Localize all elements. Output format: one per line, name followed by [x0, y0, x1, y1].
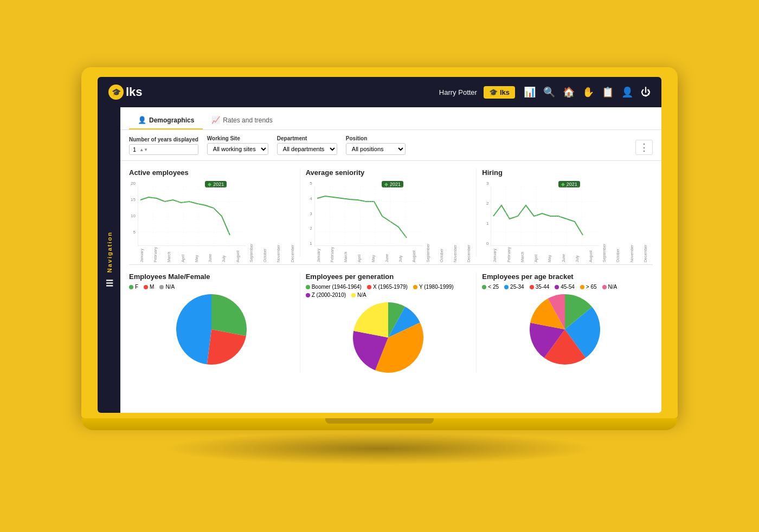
legend-item: F	[129, 284, 138, 290]
laptop-screen: 🎓 lks Harry Potter 🎓 lks 📊 🔍 🏠 ✋ 📋 👤 ⏻	[98, 77, 661, 413]
position-select[interactable]: All positions	[346, 143, 406, 155]
legend-dot	[306, 293, 310, 297]
legend-label: > 65	[586, 284, 597, 290]
pie-container-0	[129, 294, 294, 365]
hand-icon[interactable]: ✋	[582, 86, 594, 98]
tab-rates[interactable]: 📈 Rates and trends	[203, 112, 281, 129]
document-icon[interactable]: 📋	[602, 86, 614, 98]
sidebar: ☰ Navigation	[98, 107, 120, 413]
line-svg-0	[138, 186, 294, 246]
legend-label: Z (2000-2010)	[312, 292, 346, 298]
legend-item: N/A	[159, 284, 175, 290]
chart-title-1: Average seniority	[306, 168, 471, 177]
working-site-select[interactable]: All working sites	[207, 143, 268, 155]
x-axis-1: JanuaryFebruaryMarchAprilMayJuneJulyAugu…	[317, 247, 471, 262]
chart-title-0: Active employees	[129, 168, 294, 177]
legend-label: Y (1980-1999)	[419, 284, 454, 290]
logo: 🎓 lks	[108, 85, 143, 100]
years-value: 1	[133, 146, 136, 153]
legend-dot	[530, 285, 534, 289]
pie-title-1: Employees per generation	[306, 273, 471, 281]
legend-dot	[367, 285, 371, 289]
sidebar-label: ☰ Navigation	[104, 231, 114, 288]
line-chart-panel-2: Hiring 3210 2021	[477, 168, 653, 257]
legend-item: M	[144, 284, 154, 290]
pie-container-1	[306, 302, 471, 373]
pie-container-2	[482, 294, 647, 365]
legend-item: Y (1980-1999)	[413, 284, 454, 290]
pie-legend-0: F M N/A	[129, 284, 294, 290]
menu-icon[interactable]: ☰	[104, 277, 114, 289]
user-name: Harry Potter	[439, 88, 477, 96]
active-badge[interactable]: 🎓 lks	[484, 86, 515, 99]
legend-dot	[159, 285, 164, 289]
badge-text: lks	[500, 88, 510, 96]
working-site-label: Working Site	[207, 135, 268, 141]
legend-label: 35-44	[536, 284, 550, 290]
screen-bezel: 🎓 lks Harry Potter 🎓 lks 📊 🔍 🏠 ✋ 📋 👤 ⏻	[81, 67, 678, 418]
legend-item: N/A	[351, 292, 366, 298]
pie-legend-1: Boomer (1946-1964) X (1965-1979) Y (1980…	[306, 284, 471, 298]
filters-bar: Number of years displayed 1 ▲▼ Working S…	[120, 130, 661, 161]
charts-section: Active employees 2015105 2021	[120, 161, 661, 413]
laptop-base	[81, 418, 678, 430]
department-select[interactable]: All departments	[277, 143, 337, 155]
department-label: Department	[277, 135, 337, 141]
nav-icons: 📊 🔍 🏠 ✋ 📋 👤 ⏻	[524, 86, 651, 98]
legend-item: < 25	[482, 284, 499, 290]
legend-dot	[129, 285, 133, 289]
top-nav: 🎓 lks Harry Potter 🎓 lks 📊 🔍 🏠 ✋ 📋 👤 ⏻	[98, 77, 661, 107]
user-icon[interactable]: 👤	[621, 86, 633, 98]
x-axis-2: JanuaryFebruaryMarchAprilMayJuneJulyAugu…	[493, 247, 647, 262]
legend-label: X (1965-1979)	[373, 284, 408, 290]
legend-label: 25-34	[510, 284, 524, 290]
chart-area-2: 3210 2021 JanuaryFebruaryMar	[482, 181, 647, 257]
legend-item: X (1965-1979)	[367, 284, 408, 290]
legend-label: N/A	[165, 284, 175, 290]
legend-label: N/A	[608, 284, 618, 290]
pie-title-2: Employees per age bracket	[482, 273, 647, 281]
legend-label: N/A	[357, 292, 366, 298]
legend-item: Z (2000-2010)	[306, 292, 346, 298]
y-axis-0: 2015105	[129, 181, 138, 246]
legend-label: 45-54	[561, 284, 575, 290]
legend-dot	[504, 285, 509, 289]
legend-item: 35-44	[530, 284, 550, 290]
rates-tab-icon: 📈	[211, 116, 220, 124]
department-filter-group: Department All departments	[277, 135, 337, 155]
home-icon[interactable]: 🏠	[563, 86, 575, 98]
rates-tab-label: Rates and trends	[223, 116, 272, 124]
pie-chart-panel-2: Employees per age bracket < 25 25-34 35-…	[477, 273, 653, 373]
legend-item: > 65	[580, 284, 597, 290]
line-chart-panel-1: Average seniority 54321 2021	[300, 168, 477, 257]
y-axis-2: 3210	[482, 181, 491, 246]
chart-icon[interactable]: 📊	[524, 86, 536, 98]
legend-dot	[144, 285, 148, 289]
pie-chart-panel-1: Employees per generation Boomer (1946-19…	[300, 273, 477, 373]
legend-item: 45-54	[555, 284, 575, 290]
y-axis-1: 54321	[306, 181, 314, 246]
sidebar-nav-label: Navigation	[106, 231, 112, 273]
tab-demographics[interactable]: 👤 Demographics	[129, 112, 203, 129]
laptop-wrapper: 🎓 lks Harry Potter 🎓 lks 📊 🔍 🏠 ✋ 📋 👤 ⏻	[81, 67, 678, 465]
power-icon[interactable]: ⏻	[641, 87, 651, 98]
years-input[interactable]: 1 ▲▼	[129, 144, 198, 155]
legend-dot	[602, 285, 607, 289]
search-icon[interactable]: 🔍	[543, 86, 555, 98]
years-filter-group: Number of years displayed 1 ▲▼	[129, 137, 198, 155]
pie-charts-row: Employees Male/Female F M N/A Employees …	[129, 273, 653, 373]
legend-label: Boomer (1946-1964)	[312, 284, 362, 290]
legend-dot	[555, 285, 559, 289]
legend-label: M	[150, 284, 154, 290]
legend-item: 25-34	[504, 284, 524, 290]
badge-icon: 🎓	[489, 88, 498, 96]
main-layout: ☰ Navigation 👤 Demographics 📈	[98, 107, 661, 413]
laptop-shadow	[163, 432, 596, 465]
position-filter-group: Position All positions	[346, 135, 406, 155]
years-label: Number of years displayed	[129, 137, 198, 142]
menu-dots-button[interactable]: ⋮	[635, 140, 653, 155]
line-svg-1	[314, 186, 471, 246]
years-spinner[interactable]: ▲▼	[139, 147, 148, 152]
line-svg-2	[491, 186, 647, 246]
logo-text: lks	[126, 85, 143, 99]
